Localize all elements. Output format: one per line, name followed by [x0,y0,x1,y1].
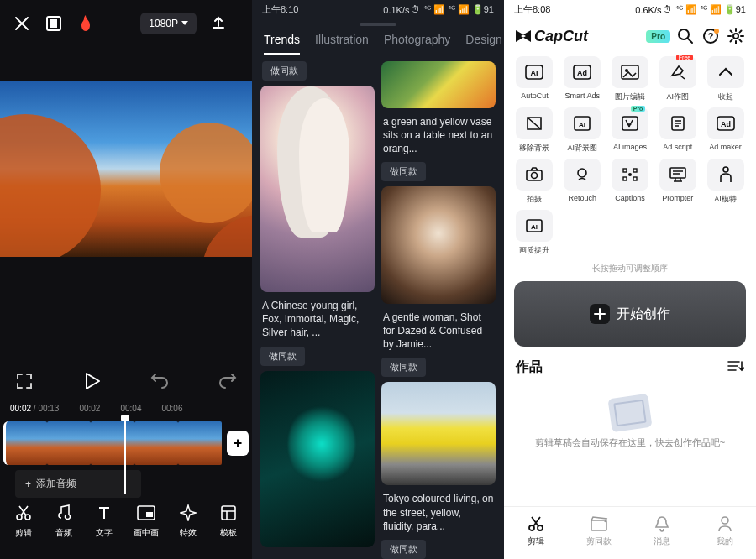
tool-audio[interactable]: 音频 [53,502,75,539]
svg-rect-5 [146,512,153,517]
clip-thumb[interactable] [134,421,178,465]
tool-template[interactable]: 模板 [218,502,239,539]
cell-ai-images[interactable]: ProAI images [608,107,653,154]
cell-image-edit[interactable]: 图片编辑 [608,56,653,102]
cell-ai-draw[interactable]: FreeAI作图 [655,56,700,102]
clip-thumb[interactable] [47,421,91,465]
tool-text[interactable]: 文字 [93,502,115,539]
same-style-button[interactable]: 做同款 [262,61,307,81]
redo-icon[interactable] [217,370,239,392]
cell-ai-bg[interactable]: AIAI背景图 [560,107,605,154]
tool-label: 特效 [180,527,197,539]
aspect-ratio-icon[interactable] [44,13,64,34]
cell-ai-model[interactable]: AI模特 [703,159,748,205]
play-icon[interactable] [81,370,103,392]
feed-image[interactable] [381,186,496,304]
same-style-button[interactable]: 做同款 [381,358,426,377]
tool-clip[interactable]: 剪辑 [13,502,34,539]
plus-icon [590,304,610,324]
scissors-icon [13,502,34,524]
cell-shoot[interactable]: 拍摄 [512,159,557,205]
svg-point-3 [25,515,30,520]
cell-smart-ads[interactable]: AdSmart Ads [560,56,605,102]
feed-image[interactable] [260,86,375,292]
cell-captions[interactable]: Captions [608,159,653,205]
cell-prompter[interactable]: Prompter [655,159,700,205]
tab-design[interactable]: Design [465,33,502,55]
editor-panel: 1080P 00:02 / 00:13 00:02 00:04 00:06 [0,0,252,559]
same-style-button[interactable]: 做同款 [381,162,426,181]
home-header: CapCut Pro ? [504,19,756,53]
tab-photography[interactable]: Photography [384,33,450,55]
text-icon [93,502,115,524]
add-audio-label: 添加音频 [36,477,76,491]
svg-rect-6 [222,506,235,520]
tab-illustration[interactable]: Illustration [315,33,369,55]
cell-autocut[interactable]: AIAutoCut [512,56,557,102]
feed-image[interactable] [381,61,496,108]
drag-hint: 长按拖动可调整顺序 [504,259,756,281]
export-icon[interactable] [208,13,228,34]
pro-badge[interactable]: Pro [646,30,670,43]
timeline[interactable]: + + 添加音频 [0,418,252,494]
nav-edit[interactable]: 剪辑 [504,507,567,559]
svg-point-39 [722,517,728,524]
cell-collapse[interactable]: 收起 [703,56,748,102]
feed-image[interactable] [381,382,496,485]
tool-effects[interactable]: 特效 [177,502,199,539]
playhead[interactable] [124,418,126,494]
svg-point-36 [529,525,534,530]
svg-rect-16 [622,65,638,79]
cell-ad-script[interactable]: Ad script [655,107,700,154]
undo-icon[interactable] [149,370,171,392]
cell-remove-bg[interactable]: 移除背景 [512,107,557,154]
pro-tag: Pro [631,106,646,112]
nav-label: 剪同款 [586,535,612,547]
svg-rect-30 [633,177,637,180]
start-label: 开始创作 [617,306,670,323]
close-icon[interactable] [12,13,32,34]
clip-thumb[interactable] [3,421,47,465]
add-audio-button[interactable]: + 添加音频 [15,470,141,498]
svg-rect-29 [623,177,627,180]
nav-same-style[interactable]: 剪同款 [567,507,630,559]
svg-rect-1 [50,19,57,28]
search-icon[interactable] [675,26,696,46]
sort-icon[interactable] [727,360,744,375]
nav-messages[interactable]: 消息 [630,507,693,559]
feed[interactable]: 做同款 A Chinese young girl, Fox, Immortal,… [252,61,504,559]
svg-text:Ad: Ad [721,120,731,128]
clip-thumb[interactable] [178,421,222,465]
flame-icon[interactable] [76,13,96,34]
start-create-button[interactable]: 开始创作 [514,281,746,347]
clip-track[interactable]: + [0,421,252,465]
same-style-button[interactable]: 做同款 [260,347,305,366]
status-time: 上午8:10 [262,3,298,16]
empty-text: 剪辑草稿会自动保存在这里，快去创作作品吧~ [518,436,742,449]
same-style-button[interactable]: 做同款 [381,540,426,559]
svg-text:AI: AI [579,121,585,128]
fullscreen-icon[interactable] [13,370,35,392]
empty-state: 剪辑草稿会自动保存在这里，快去创作作品吧~ [504,379,756,506]
scissors-icon [526,514,546,534]
resolution-button[interactable]: 1080P [140,13,197,34]
settings-icon[interactable] [726,26,746,46]
video-preview[interactable] [0,81,252,257]
tab-trends[interactable]: Trends [264,33,300,55]
nav-mine[interactable]: 我的 [693,507,756,559]
svg-point-10 [714,29,719,34]
tool-pip[interactable]: 画中画 [134,502,159,539]
add-clip-button[interactable]: + [227,431,249,456]
sheet-handle[interactable] [360,23,396,26]
clip-thumb[interactable] [91,421,134,465]
chevron-down-icon [181,21,188,26]
cell-retouch[interactable]: Retouch [560,159,605,205]
cell-ad-maker[interactable]: AdAd maker [703,107,748,154]
svg-rect-32 [670,168,685,178]
cell-enhance[interactable]: AI画质提升 [512,210,557,256]
svg-rect-20 [622,117,638,130]
feed-image[interactable] [260,371,375,547]
svg-rect-28 [633,169,637,172]
help-icon[interactable]: ? [701,26,721,46]
tool-label: 剪辑 [15,527,32,539]
